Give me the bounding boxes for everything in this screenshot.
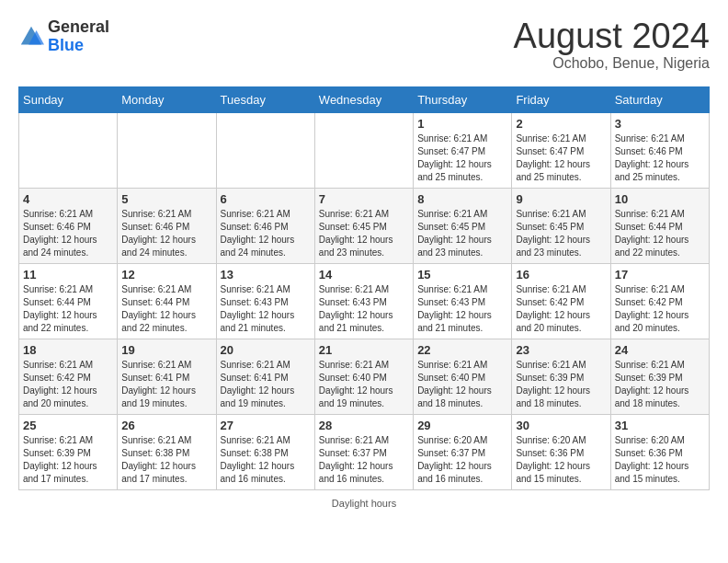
- calendar-day-header: Wednesday: [314, 87, 413, 113]
- day-info: Sunrise: 6:21 AM Sunset: 6:44 PM Dayligh…: [615, 208, 705, 259]
- day-number: 20: [221, 343, 311, 357]
- day-number: 7: [319, 192, 409, 206]
- day-info: Sunrise: 6:21 AM Sunset: 6:47 PM Dayligh…: [516, 132, 606, 184]
- day-number: 28: [319, 419, 409, 432]
- calendar-cell: 6Sunrise: 6:21 AM Sunset: 6:46 PM Daylig…: [216, 189, 314, 264]
- calendar-cell: 25Sunrise: 6:21 AM Sunset: 6:39 PM Dayli…: [19, 415, 118, 490]
- day-info: Sunrise: 6:20 AM Sunset: 6:36 PM Dayligh…: [516, 434, 606, 486]
- day-number: 9: [516, 192, 606, 206]
- day-number: 13: [221, 268, 311, 282]
- day-number: 10: [615, 192, 705, 206]
- calendar-cell: [118, 113, 216, 189]
- logo-icon: [18, 24, 44, 50]
- calendar-cell: 1Sunrise: 6:21 AM Sunset: 6:47 PM Daylig…: [414, 113, 512, 189]
- calendar-cell: 7Sunrise: 6:21 AM Sunset: 6:45 PM Daylig…: [314, 189, 413, 264]
- day-info: Sunrise: 6:21 AM Sunset: 6:42 PM Dayligh…: [23, 359, 113, 410]
- day-info: Sunrise: 6:21 AM Sunset: 6:45 PM Dayligh…: [516, 208, 606, 259]
- day-info: Sunrise: 6:21 AM Sunset: 6:40 PM Dayligh…: [417, 359, 507, 410]
- calendar-day-header: Monday: [118, 87, 216, 113]
- calendar-cell: 26Sunrise: 6:21 AM Sunset: 6:38 PM Dayli…: [118, 415, 216, 490]
- day-info: Sunrise: 6:21 AM Sunset: 6:45 PM Dayligh…: [319, 208, 409, 259]
- calendar-week-row: 25Sunrise: 6:21 AM Sunset: 6:39 PM Dayli…: [19, 415, 710, 490]
- logo-text: General Blue: [48, 18, 109, 55]
- day-number: 3: [615, 117, 705, 131]
- location-text: Ochobo, Benue, Nigeria: [514, 55, 710, 72]
- calendar-header-row: SundayMondayTuesdayWednesdayThursdayFrid…: [19, 87, 710, 113]
- day-number: 25: [23, 419, 113, 432]
- calendar-cell: 13Sunrise: 6:21 AM Sunset: 6:43 PM Dayli…: [216, 264, 314, 339]
- day-info: Sunrise: 6:21 AM Sunset: 6:43 PM Dayligh…: [417, 283, 507, 335]
- calendar-cell: 12Sunrise: 6:21 AM Sunset: 6:44 PM Dayli…: [118, 264, 216, 339]
- calendar-day-header: Thursday: [414, 87, 512, 113]
- calendar-cell: 11Sunrise: 6:21 AM Sunset: 6:44 PM Dayli…: [19, 264, 118, 339]
- day-info: Sunrise: 6:21 AM Sunset: 6:39 PM Dayligh…: [615, 359, 705, 410]
- calendar-cell: 10Sunrise: 6:21 AM Sunset: 6:44 PM Dayli…: [610, 189, 709, 264]
- calendar-day-header: Tuesday: [216, 87, 314, 113]
- calendar-week-row: 1Sunrise: 6:21 AM Sunset: 6:47 PM Daylig…: [19, 113, 710, 189]
- day-number: 23: [516, 343, 606, 357]
- day-number: 2: [516, 117, 606, 131]
- day-number: 15: [417, 268, 507, 282]
- day-info: Sunrise: 6:21 AM Sunset: 6:44 PM Dayligh…: [121, 283, 211, 335]
- calendar-cell: 30Sunrise: 6:20 AM Sunset: 6:36 PM Dayli…: [512, 415, 610, 490]
- day-number: 12: [121, 268, 211, 282]
- month-title: August 2024: [514, 18, 710, 53]
- title-block: August 2024 Ochobo, Benue, Nigeria: [514, 18, 710, 72]
- day-info: Sunrise: 6:21 AM Sunset: 6:41 PM Dayligh…: [221, 359, 311, 410]
- footer: Daylight hours: [18, 498, 710, 509]
- day-number: 5: [121, 192, 211, 206]
- day-info: Sunrise: 6:21 AM Sunset: 6:47 PM Dayligh…: [417, 132, 507, 184]
- calendar-cell: 16Sunrise: 6:21 AM Sunset: 6:42 PM Dayli…: [512, 264, 610, 339]
- day-number: 26: [121, 419, 211, 432]
- calendar-cell: 24Sunrise: 6:21 AM Sunset: 6:39 PM Dayli…: [610, 339, 709, 415]
- day-info: Sunrise: 6:20 AM Sunset: 6:36 PM Dayligh…: [615, 434, 705, 486]
- calendar-day-header: Sunday: [19, 87, 118, 113]
- logo: General Blue: [18, 18, 109, 55]
- day-info: Sunrise: 6:21 AM Sunset: 6:42 PM Dayligh…: [516, 283, 606, 335]
- day-number: 16: [516, 268, 606, 282]
- day-info: Sunrise: 6:21 AM Sunset: 6:42 PM Dayligh…: [615, 283, 705, 335]
- day-number: 1: [417, 117, 507, 131]
- footer-text: Daylight hours: [332, 498, 396, 509]
- day-info: Sunrise: 6:21 AM Sunset: 6:39 PM Dayligh…: [23, 434, 113, 486]
- day-info: Sunrise: 6:21 AM Sunset: 6:43 PM Dayligh…: [221, 283, 311, 335]
- day-number: 18: [23, 343, 113, 357]
- day-info: Sunrise: 6:21 AM Sunset: 6:41 PM Dayligh…: [121, 359, 211, 410]
- calendar-table: SundayMondayTuesdayWednesdayThursdayFrid…: [18, 86, 710, 490]
- calendar-cell: 14Sunrise: 6:21 AM Sunset: 6:43 PM Dayli…: [314, 264, 413, 339]
- calendar-day-header: Friday: [512, 87, 610, 113]
- calendar-cell: [216, 113, 314, 189]
- day-info: Sunrise: 6:21 AM Sunset: 6:37 PM Dayligh…: [319, 434, 409, 486]
- calendar-cell: 19Sunrise: 6:21 AM Sunset: 6:41 PM Dayli…: [118, 339, 216, 415]
- calendar-cell: 18Sunrise: 6:21 AM Sunset: 6:42 PM Dayli…: [19, 339, 118, 415]
- calendar-cell: 8Sunrise: 6:21 AM Sunset: 6:45 PM Daylig…: [414, 189, 512, 264]
- calendar-day-header: Saturday: [610, 87, 709, 113]
- calendar-cell: 21Sunrise: 6:21 AM Sunset: 6:40 PM Dayli…: [314, 339, 413, 415]
- calendar-cell: 15Sunrise: 6:21 AM Sunset: 6:43 PM Dayli…: [414, 264, 512, 339]
- calendar-cell: 17Sunrise: 6:21 AM Sunset: 6:42 PM Dayli…: [610, 264, 709, 339]
- day-number: 8: [417, 192, 507, 206]
- day-number: 17: [615, 268, 705, 282]
- calendar-week-row: 18Sunrise: 6:21 AM Sunset: 6:42 PM Dayli…: [19, 339, 710, 415]
- calendar-cell: 22Sunrise: 6:21 AM Sunset: 6:40 PM Dayli…: [414, 339, 512, 415]
- day-info: Sunrise: 6:21 AM Sunset: 6:43 PM Dayligh…: [319, 283, 409, 335]
- day-number: 21: [319, 343, 409, 357]
- calendar-cell: 23Sunrise: 6:21 AM Sunset: 6:39 PM Dayli…: [512, 339, 610, 415]
- calendar-cell: 5Sunrise: 6:21 AM Sunset: 6:46 PM Daylig…: [118, 189, 216, 264]
- calendar-cell: 9Sunrise: 6:21 AM Sunset: 6:45 PM Daylig…: [512, 189, 610, 264]
- calendar-cell: 31Sunrise: 6:20 AM Sunset: 6:36 PM Dayli…: [610, 415, 709, 490]
- calendar-cell: 2Sunrise: 6:21 AM Sunset: 6:47 PM Daylig…: [512, 113, 610, 189]
- day-number: 4: [23, 192, 113, 206]
- logo-general-text: General: [48, 18, 109, 37]
- day-info: Sunrise: 6:21 AM Sunset: 6:46 PM Dayligh…: [221, 208, 311, 259]
- day-number: 6: [221, 192, 311, 206]
- calendar-cell: 3Sunrise: 6:21 AM Sunset: 6:46 PM Daylig…: [610, 113, 709, 189]
- day-info: Sunrise: 6:21 AM Sunset: 6:38 PM Dayligh…: [221, 434, 311, 486]
- day-info: Sunrise: 6:20 AM Sunset: 6:37 PM Dayligh…: [417, 434, 507, 486]
- calendar-cell: 27Sunrise: 6:21 AM Sunset: 6:38 PM Dayli…: [216, 415, 314, 490]
- calendar-cell: 28Sunrise: 6:21 AM Sunset: 6:37 PM Dayli…: [314, 415, 413, 490]
- calendar-cell: [19, 113, 118, 189]
- calendar-week-row: 11Sunrise: 6:21 AM Sunset: 6:44 PM Dayli…: [19, 264, 710, 339]
- day-info: Sunrise: 6:21 AM Sunset: 6:46 PM Dayligh…: [121, 208, 211, 259]
- day-number: 22: [417, 343, 507, 357]
